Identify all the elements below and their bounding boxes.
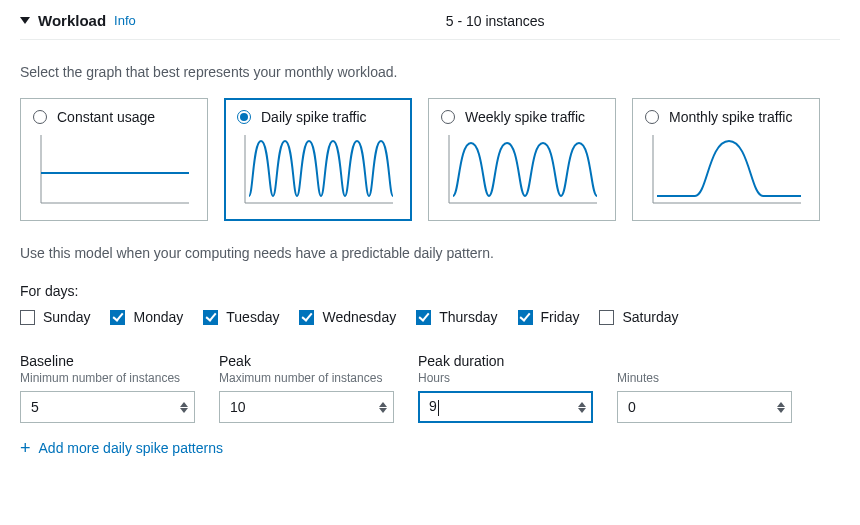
daily-chart-icon (237, 131, 397, 209)
option-monthly-spike[interactable]: Monthly spike traffic (632, 98, 820, 221)
day-friday[interactable]: Friday (518, 309, 580, 325)
peak-sub: Maximum number of instances (219, 371, 394, 385)
radio-icon (441, 110, 455, 124)
option-label: Constant usage (57, 109, 155, 125)
peak-col: Peak Maximum number of instances 10 (219, 353, 394, 423)
checkbox-icon (299, 310, 314, 325)
monthly-chart-icon (645, 131, 805, 209)
days-label: For days: (20, 283, 840, 299)
section-description: Select the graph that best represents yo… (20, 64, 840, 80)
minutes-value: 0 (628, 399, 636, 415)
checkbox-icon (518, 310, 533, 325)
info-link[interactable]: Info (114, 13, 136, 28)
hours-sub: Hours (418, 371, 593, 385)
day-label: Sunday (43, 309, 90, 325)
day-wednesday[interactable]: Wednesday (299, 309, 396, 325)
duration-title: Peak duration (418, 353, 593, 369)
radio-icon (645, 110, 659, 124)
day-label: Thursday (439, 309, 497, 325)
weekly-chart-icon (441, 131, 601, 209)
option-label: Weekly spike traffic (465, 109, 585, 125)
section-title: Workload (38, 12, 106, 29)
peak-title: Peak (219, 353, 394, 369)
option-weekly-spike[interactable]: Weekly spike traffic (428, 98, 616, 221)
day-label: Saturday (622, 309, 678, 325)
plus-icon: + (20, 439, 31, 457)
add-pattern-link[interactable]: + Add more daily spike patterns (20, 439, 840, 457)
option-label: Daily spike traffic (261, 109, 367, 125)
option-daily-spike[interactable]: Daily spike traffic (224, 98, 412, 221)
days-row: Sunday Monday Tuesday Wednesday Thursday… (20, 309, 840, 325)
minutes-col: Minutes 0 (617, 353, 792, 423)
option-label: Monthly spike traffic (669, 109, 792, 125)
option-constant-usage[interactable]: Constant usage (20, 98, 208, 221)
instance-summary: 5 - 10 instances (446, 13, 545, 29)
checkbox-icon (416, 310, 431, 325)
peak-value: 10 (230, 399, 246, 415)
checkbox-icon (599, 310, 614, 325)
day-label: Friday (541, 309, 580, 325)
hours-input[interactable]: 9 (418, 391, 593, 423)
constant-chart-icon (33, 131, 193, 209)
hours-value: 9 (429, 398, 439, 415)
workload-options: Constant usage Daily spike traffic Weekl… (20, 98, 840, 221)
stepper-icon[interactable] (180, 402, 188, 413)
checkbox-icon (203, 310, 218, 325)
day-thursday[interactable]: Thursday (416, 309, 497, 325)
day-monday[interactable]: Monday (110, 309, 183, 325)
day-label: Monday (133, 309, 183, 325)
checkbox-icon (110, 310, 125, 325)
day-sunday[interactable]: Sunday (20, 309, 90, 325)
text-cursor-icon (438, 400, 439, 416)
baseline-input[interactable]: 5 (20, 391, 195, 423)
day-label: Tuesday (226, 309, 279, 325)
stepper-icon[interactable] (777, 402, 785, 413)
peak-input[interactable]: 10 (219, 391, 394, 423)
add-link-label: Add more daily spike patterns (39, 440, 223, 456)
hours-col: Peak duration Hours 9 (418, 353, 593, 423)
minutes-input[interactable]: 0 (617, 391, 792, 423)
radio-icon (237, 110, 251, 124)
stepper-icon[interactable] (578, 402, 586, 413)
model-description: Use this model when your computing needs… (20, 245, 840, 261)
day-saturday[interactable]: Saturday (599, 309, 678, 325)
baseline-sub: Minimum number of instances (20, 371, 195, 385)
day-label: Wednesday (322, 309, 396, 325)
minutes-sub: Minutes (617, 371, 792, 385)
spacer-title (617, 353, 792, 369)
baseline-value: 5 (31, 399, 39, 415)
day-tuesday[interactable]: Tuesday (203, 309, 279, 325)
checkbox-icon (20, 310, 35, 325)
baseline-title: Baseline (20, 353, 195, 369)
stepper-icon[interactable] (379, 402, 387, 413)
collapse-caret-icon[interactable] (20, 17, 30, 24)
baseline-col: Baseline Minimum number of instances 5 (20, 353, 195, 423)
inputs-row: Baseline Minimum number of instances 5 P… (20, 353, 840, 423)
radio-icon (33, 110, 47, 124)
